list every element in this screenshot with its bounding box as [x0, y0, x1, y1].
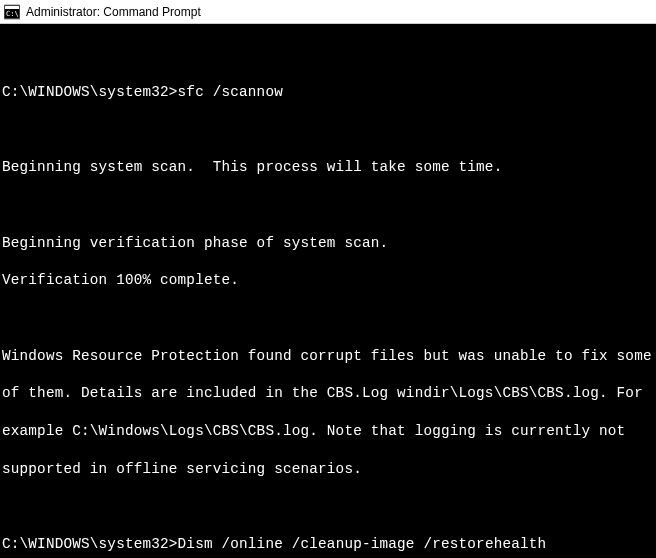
output-line: supported in offline servicing scenarios… — [2, 460, 654, 479]
cmd-icon: C:\ — [4, 4, 20, 20]
output-line: Verification 100% complete. — [2, 271, 654, 290]
output-line: example C:\Windows\Logs\CBS\CBS.log. Not… — [2, 422, 654, 441]
window-title: Administrator: Command Prompt — [26, 5, 201, 19]
output-line: of them. Details are included in the CBS… — [2, 384, 654, 403]
title-bar[interactable]: C:\ Administrator: Command Prompt — [0, 0, 656, 24]
prompt-line-1: C:\WINDOWS\system32>sfc /scannow — [2, 83, 654, 102]
terminal-blank — [2, 309, 654, 328]
terminal-blank — [2, 120, 654, 139]
prompt-prefix: C:\WINDOWS\system32> — [2, 536, 178, 552]
terminal-blank — [2, 196, 654, 215]
terminal-blank — [2, 45, 654, 64]
prompt-prefix: C:\WINDOWS\system32> — [2, 84, 178, 100]
terminal-body[interactable]: C:\WINDOWS\system32>sfc /scannow Beginni… — [0, 24, 656, 558]
terminal-blank — [2, 498, 654, 517]
prompt-line-2: C:\WINDOWS\system32>Dism /online /cleanu… — [2, 535, 654, 554]
prompt-command: sfc /scannow — [178, 84, 283, 100]
output-line: Windows Resource Protection found corrup… — [2, 347, 654, 366]
output-line: Beginning system scan. This process will… — [2, 158, 654, 177]
prompt-command: Dism /online /cleanup-image /restoreheal… — [178, 536, 547, 552]
svg-rect-1 — [5, 6, 19, 9]
svg-text:C:\: C:\ — [6, 10, 19, 18]
output-line: Beginning verification phase of system s… — [2, 234, 654, 253]
